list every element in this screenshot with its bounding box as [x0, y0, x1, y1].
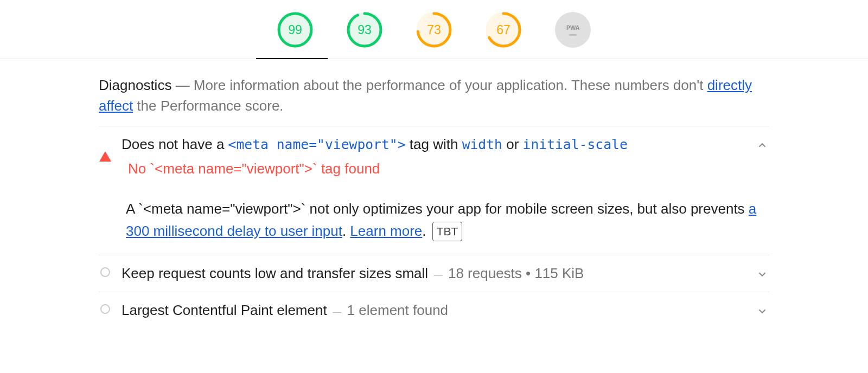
gauge-value: 67: [486, 12, 521, 48]
chevron-down-icon[interactable]: [756, 268, 769, 280]
audit-desc-text: A `<meta name="viewport">` not only opti…: [126, 201, 749, 217]
gauge-icon: 99: [277, 12, 313, 48]
diagnostics-heading: Diagnostics: [99, 77, 171, 93]
diagnostics-section: Diagnostics — More information about the…: [99, 59, 769, 329]
audit-title-code: width: [462, 137, 502, 152]
audit-subinfo: 1 element found: [347, 302, 448, 318]
active-tab-underline: [256, 58, 328, 59]
audit-error-message: No `<meta name="viewport">` tag found: [128, 160, 746, 177]
pwa-label: PWA: [566, 24, 579, 31]
category-scores-row: 99 93 73: [0, 0, 868, 59]
audit-header-row[interactable]: Keep request counts low and transfer siz…: [99, 265, 769, 282]
gauge-value: 73: [416, 12, 452, 48]
fail-triangle-icon: [99, 151, 112, 162]
audit-title: Largest Contentful Paint element: [122, 302, 327, 318]
pwa-icon: PWA: [555, 12, 591, 48]
neutral-circle-icon: [99, 267, 112, 277]
dash-icon: [569, 34, 577, 36]
gauge-icon: 93: [347, 12, 382, 48]
score-gauge-performance[interactable]: 99: [276, 12, 315, 48]
chevron-down-icon[interactable]: [756, 305, 769, 317]
audit-title-code: <meta name="viewport">: [228, 137, 406, 152]
diagnostics-desc-prefix: — More information about the performance…: [171, 77, 707, 93]
dash-separator: —: [329, 307, 344, 317]
dash-separator: —: [431, 271, 446, 280]
audit-title: Keep request counts low and transfer siz…: [122, 265, 428, 281]
audit-desc-text: .: [422, 223, 430, 239]
score-gauge-accessibility[interactable]: 93: [345, 12, 384, 48]
score-gauge-best-practices[interactable]: 73: [414, 12, 454, 48]
audit-subinfo: 18 requests • 115 KiB: [448, 265, 584, 281]
audit-desc-text: .: [342, 223, 350, 239]
gauge-icon: 67: [486, 12, 521, 48]
diagnostics-header: Diagnostics — More information about the…: [99, 75, 769, 126]
gauge-value: 99: [277, 12, 313, 48]
audit-header-row[interactable]: Does not have a <meta name="viewport"> t…: [99, 136, 769, 177]
audit-title-text: Does not have a: [122, 136, 228, 152]
diagnostics-desc-suffix: the Performance score.: [133, 98, 283, 114]
audit-title: Does not have a <meta name="viewport"> t…: [122, 136, 746, 153]
neutral-circle-icon: [99, 304, 112, 314]
audit-request-counts: Keep request counts low and transfer siz…: [99, 255, 769, 292]
audit-header-row[interactable]: Largest Contentful Paint element — 1 ele…: [99, 302, 769, 319]
learn-more-link[interactable]: Learn more: [350, 223, 422, 239]
gauge-value: 93: [347, 12, 382, 48]
score-gauge-seo[interactable]: 67: [484, 12, 523, 48]
audit-description: A `<meta name="viewport">` not only opti…: [126, 198, 769, 242]
score-gauge-pwa[interactable]: PWA: [553, 12, 592, 48]
gauge-icon: 73: [416, 12, 452, 48]
audit-lcp-element: Largest Contentful Paint element — 1 ele…: [99, 292, 769, 329]
chevron-up-icon[interactable]: [756, 139, 769, 151]
audit-viewport: Does not have a <meta name="viewport"> t…: [99, 126, 769, 255]
audit-title-code: initial-scale: [523, 137, 628, 152]
audit-title-text: tag with: [406, 136, 462, 152]
audit-title-text: or: [502, 136, 523, 152]
metric-tag-chip: TBT: [432, 222, 463, 242]
